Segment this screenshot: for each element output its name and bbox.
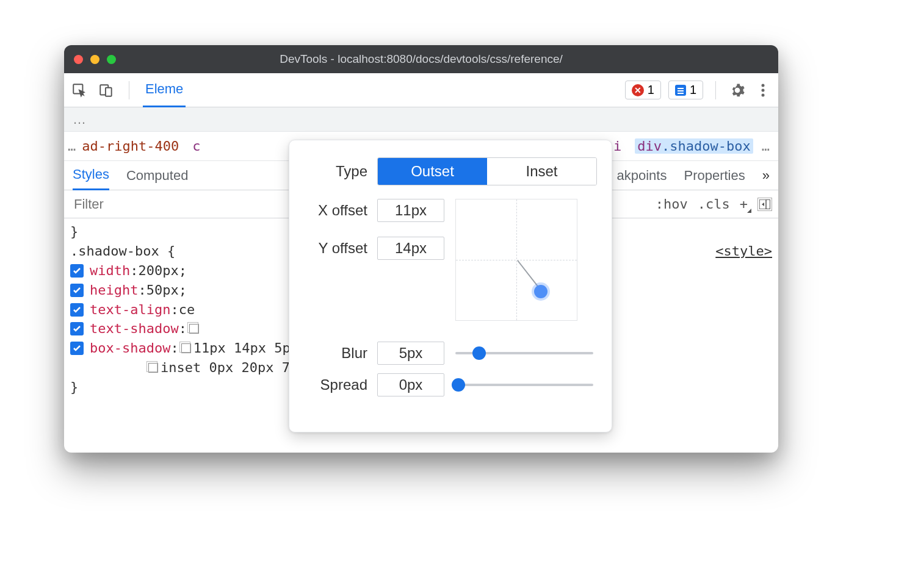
spread-input[interactable] <box>377 373 444 396</box>
inspect-element-icon[interactable] <box>70 79 89 101</box>
divider <box>715 81 716 99</box>
collapsed-dom-row[interactable]: … <box>64 107 778 132</box>
property-enabled-checkbox[interactable] <box>70 322 84 335</box>
svg-point-3 <box>762 84 765 87</box>
breadcrumb-item[interactable]: ad-right-400 <box>79 138 181 154</box>
css-val[interactable]: 50px; <box>146 281 187 300</box>
cls-toggle[interactable]: .cls <box>698 196 730 212</box>
type-label: Type <box>304 163 377 180</box>
css-prop[interactable]: height <box>90 281 138 300</box>
breadcrumb-ellipsis[interactable]: … <box>753 138 778 154</box>
subtab-computed[interactable]: Computed <box>126 161 189 190</box>
errors-badge[interactable]: ✕ 1 <box>625 81 661 99</box>
css-prop[interactable]: box-shadow <box>90 339 170 358</box>
outset-button[interactable]: Outset <box>378 158 487 185</box>
css-val[interactable]: 200px; <box>138 261 186 281</box>
spread-slider[interactable] <box>455 384 593 386</box>
tab-elements[interactable]: Eleme <box>143 73 186 107</box>
blur-slider-thumb[interactable] <box>472 346 486 360</box>
spread-label: Spread <box>304 376 377 393</box>
property-enabled-checkbox[interactable] <box>70 342 84 355</box>
main-toolbar: Eleme ✕ 1 1 <box>64 73 778 107</box>
shadow-editor-icon[interactable] <box>181 343 191 353</box>
device-toggle-icon[interactable] <box>97 79 115 101</box>
inset-button[interactable]: Inset <box>487 158 596 185</box>
y-offset-label: Y offset <box>304 240 377 257</box>
css-prop[interactable]: text-align <box>90 300 170 320</box>
css-prop[interactable]: width <box>90 261 130 281</box>
stylesheet-link[interactable]: <style> <box>715 242 772 261</box>
window-title: DevTools - localhost:8080/docs/devtools/… <box>64 52 778 66</box>
xy-offset-grid[interactable] <box>455 199 577 321</box>
divider <box>129 81 129 99</box>
shadow-editor-icon[interactable] <box>189 324 199 334</box>
hov-toggle[interactable]: :hov <box>656 196 688 212</box>
devtools-window: DevTools - localhost:8080/docs/devtools/… <box>64 45 778 453</box>
y-offset-input[interactable] <box>377 237 444 260</box>
blur-slider[interactable] <box>455 352 593 354</box>
blur-input[interactable] <box>377 342 444 365</box>
subtab-breakpoints[interactable]: akpoints <box>617 161 667 190</box>
property-enabled-checkbox[interactable] <box>70 284 84 297</box>
blur-label: Blur <box>304 345 377 362</box>
spread-slider-thumb[interactable] <box>452 378 465 392</box>
titlebar: DevTools - localhost:8080/docs/devtools/… <box>64 45 778 73</box>
svg-rect-2 <box>106 87 112 96</box>
breadcrumb-item[interactable]: c <box>190 138 203 154</box>
shadow-editor-icon[interactable] <box>148 363 158 373</box>
css-selector[interactable]: .shadow-box { <box>70 242 175 261</box>
property-enabled-checkbox[interactable] <box>70 264 84 278</box>
subtab-styles[interactable]: Styles <box>73 161 109 190</box>
subtab-properties[interactable]: Properties <box>684 161 745 190</box>
x-offset-label: X offset <box>304 202 377 219</box>
more-menu-icon[interactable] <box>754 79 772 101</box>
info-badge[interactable]: 1 <box>668 81 703 99</box>
filter-input[interactable] <box>69 194 191 215</box>
breadcrumb-item-selected[interactable]: div.shadow-box <box>635 138 753 154</box>
settings-gear-icon[interactable] <box>728 79 746 101</box>
breadcrumb-ellipsis[interactable]: … <box>64 138 79 154</box>
more-tabs-icon[interactable]: » <box>762 168 770 184</box>
info-count: 1 <box>690 83 696 97</box>
new-rule-icon[interactable]: + <box>740 196 748 212</box>
svg-point-4 <box>762 88 765 91</box>
errors-count: 1 <box>648 83 654 97</box>
xy-handle[interactable] <box>534 285 548 298</box>
property-enabled-checkbox[interactable] <box>70 303 84 317</box>
x-offset-input[interactable] <box>377 199 444 222</box>
shadow-editor-popover: Type Outset Inset X offset Y offset <box>289 140 612 432</box>
svg-rect-7 <box>766 199 770 209</box>
svg-rect-6 <box>759 199 770 209</box>
sidebar-toggle-icon[interactable] <box>757 198 772 211</box>
svg-point-5 <box>762 93 765 96</box>
css-prop[interactable]: text-shadow <box>90 319 179 339</box>
css-val[interactable]: ce <box>179 300 195 320</box>
shadow-type-segmented: Outset Inset <box>377 157 597 185</box>
